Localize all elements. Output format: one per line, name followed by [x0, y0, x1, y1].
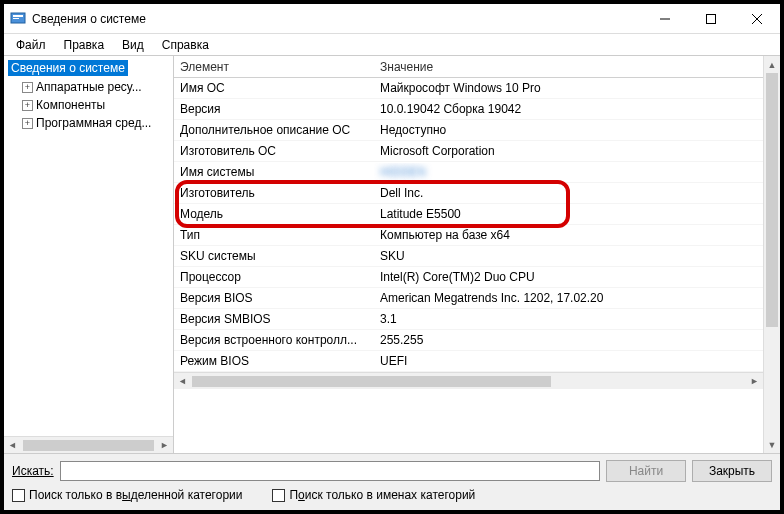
cell-key: Режим BIOS: [174, 352, 374, 370]
cell-key: Модель: [174, 205, 374, 223]
cell-key: Версия встроенного контролл...: [174, 331, 374, 349]
close-button[interactable]: [734, 4, 780, 34]
menubar: Файл Правка Вид Справка: [4, 34, 780, 56]
cell-value: Microsoft Corporation: [374, 142, 763, 160]
cell-key: Процессор: [174, 268, 374, 286]
tree-hardware[interactable]: +Аппаратные ресу...: [4, 78, 173, 96]
cell-key: Версия BIOS: [174, 289, 374, 307]
cell-value: American Megatrends Inc. 1202, 17.02.20: [374, 289, 763, 307]
close-panel-button[interactable]: Закрыть: [692, 460, 772, 482]
scroll-up-icon[interactable]: ▲: [764, 56, 780, 73]
cell-key: SKU системы: [174, 247, 374, 265]
table-row[interactable]: Изготовитель ОСMicrosoft Corporation: [174, 141, 763, 162]
checkbox-selected-category[interactable]: Поиск только в выделенной категории: [12, 488, 242, 502]
table-row[interactable]: Режим BIOSUEFI: [174, 351, 763, 372]
cell-value: Компьютер на базе x64: [374, 226, 763, 244]
table-header: Элемент Значение: [174, 56, 763, 78]
cell-value: 3.1: [374, 310, 763, 328]
minimize-button[interactable]: [642, 4, 688, 34]
find-button[interactable]: Найти: [606, 460, 686, 482]
cell-key: Дополнительное описание ОС: [174, 121, 374, 139]
tree-panel: Сведения о системе +Аппаратные ресу... +…: [4, 56, 174, 453]
cell-value: SKU: [374, 247, 763, 265]
checkbox-icon: [272, 489, 285, 502]
table-row[interactable]: ПроцессорIntel(R) Core(TM)2 Duo CPU: [174, 267, 763, 288]
details-panel: Элемент Значение Имя ОСМайкрософт Window…: [174, 56, 780, 453]
find-label: Искать:: [12, 464, 54, 478]
tree-software[interactable]: +Программная сред...: [4, 114, 173, 132]
cell-value: Dell Inc.: [374, 184, 763, 202]
cell-key: Имя системы: [174, 163, 374, 181]
scroll-right-icon[interactable]: ►: [156, 437, 173, 454]
table-row[interactable]: Дополнительное описание ОСНедоступно: [174, 120, 763, 141]
cell-key: Тип: [174, 226, 374, 244]
checkbox-icon: [12, 489, 25, 502]
expand-icon[interactable]: +: [22, 100, 33, 111]
table-row[interactable]: Версия BIOSAmerican Megatrends Inc. 1202…: [174, 288, 763, 309]
cell-value: Latitude E5500: [374, 205, 763, 223]
cell-value: Недоступно: [374, 121, 763, 139]
cell-key: Версия SMBIOS: [174, 310, 374, 328]
cell-key: Имя ОС: [174, 79, 374, 97]
titlebar: Сведения о системе: [4, 4, 780, 34]
col-element[interactable]: Элемент: [174, 57, 374, 77]
expand-icon[interactable]: +: [22, 118, 33, 129]
menu-view[interactable]: Вид: [114, 36, 152, 54]
table-row[interactable]: МодельLatitude E5500: [174, 204, 763, 225]
tree-components[interactable]: +Компоненты: [4, 96, 173, 114]
cell-value: Intel(R) Core(TM)2 Duo CPU: [374, 268, 763, 286]
menu-help[interactable]: Справка: [154, 36, 217, 54]
table-row[interactable]: ТипКомпьютер на базе x64: [174, 225, 763, 246]
tree-hscrollbar[interactable]: ◄ ►: [4, 436, 173, 453]
footer: Искать: Найти Закрыть Поиск только в выд…: [4, 454, 780, 510]
table-row[interactable]: Имя системыHIDDEN: [174, 162, 763, 183]
cell-key: Изготовитель: [174, 184, 374, 202]
checkbox-category-names[interactable]: Поиск только в именах категорий: [272, 488, 475, 502]
cell-value: HIDDEN: [374, 163, 763, 181]
cell-key: Изготовитель ОС: [174, 142, 374, 160]
table-row[interactable]: SKU системыSKU: [174, 246, 763, 267]
table-row[interactable]: Имя ОСМайкрософт Windows 10 Pro: [174, 78, 763, 99]
scroll-down-icon[interactable]: ▼: [764, 436, 780, 453]
cell-key: Версия: [174, 100, 374, 118]
table-row[interactable]: Версия10.0.19042 Сборка 19042: [174, 99, 763, 120]
scroll-left-icon[interactable]: ◄: [174, 376, 191, 386]
table-row[interactable]: ИзготовительDell Inc.: [174, 183, 763, 204]
window-title: Сведения о системе: [32, 12, 642, 26]
cell-value: UEFI: [374, 352, 763, 370]
details-vscrollbar[interactable]: ▲ ▼: [763, 56, 780, 453]
scroll-left-icon[interactable]: ◄: [4, 437, 21, 454]
svg-rect-2: [13, 18, 19, 19]
menu-edit[interactable]: Правка: [56, 36, 113, 54]
table-row[interactable]: Версия встроенного контролл...255.255: [174, 330, 763, 351]
expand-icon[interactable]: +: [22, 82, 33, 93]
table-row[interactable]: Версия SMBIOS3.1: [174, 309, 763, 330]
col-value[interactable]: Значение: [374, 57, 763, 77]
maximize-button[interactable]: [688, 4, 734, 34]
cell-value: 255.255: [374, 331, 763, 349]
app-icon: [10, 11, 26, 27]
find-input[interactable]: [60, 461, 600, 481]
cell-value: Майкрософт Windows 10 Pro: [374, 79, 763, 97]
menu-file[interactable]: Файл: [8, 36, 54, 54]
tree-root[interactable]: Сведения о системе: [4, 58, 173, 78]
svg-rect-1: [13, 15, 23, 17]
scroll-right-icon[interactable]: ►: [746, 376, 763, 386]
details-hscrollbar[interactable]: ◄ ►: [174, 372, 763, 389]
cell-value: 10.0.19042 Сборка 19042: [374, 100, 763, 118]
svg-rect-4: [707, 14, 716, 23]
